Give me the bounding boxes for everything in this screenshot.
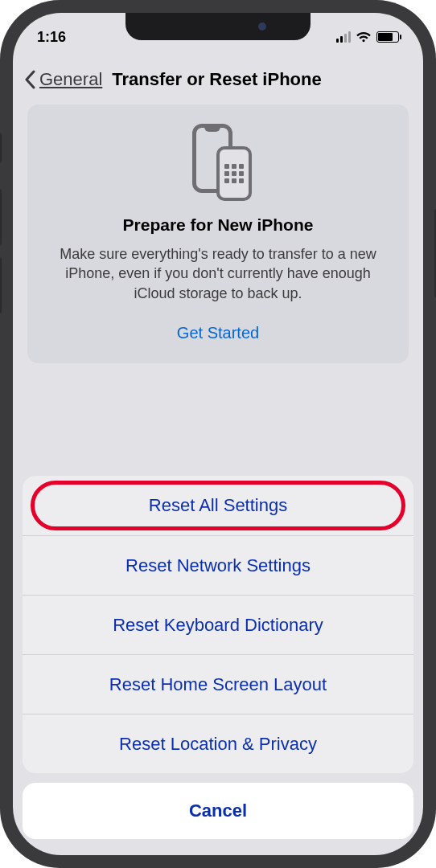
get-started-button[interactable]: Get Started bbox=[47, 324, 389, 342]
reset-action-sheet: Reset All Settings Reset Network Setting… bbox=[13, 476, 423, 855]
device-illustration-icon bbox=[184, 124, 252, 201]
sheet-item-label: Reset Keyboard Dictionary bbox=[113, 615, 323, 636]
volume-up-button bbox=[0, 189, 2, 245]
back-label: General bbox=[39, 69, 102, 90]
sheet-item-label: Reset Network Settings bbox=[125, 555, 311, 576]
card-title: Prepare for New iPhone bbox=[47, 215, 389, 235]
cancel-label: Cancel bbox=[189, 800, 247, 821]
card-description: Make sure everything's ready to transfer… bbox=[47, 244, 389, 303]
reset-home-screen-layout-button[interactable]: Reset Home Screen Layout bbox=[23, 654, 413, 714]
status-time: 1:16 bbox=[37, 29, 66, 46]
sheet-item-label: Reset Home Screen Layout bbox=[109, 674, 327, 695]
sheet-item-label: Reset All Settings bbox=[149, 495, 287, 516]
back-button[interactable]: General bbox=[24, 69, 102, 90]
reset-network-settings-button[interactable]: Reset Network Settings bbox=[23, 535, 413, 595]
page-title: Transfer or Reset iPhone bbox=[112, 69, 321, 90]
volume-down-button bbox=[0, 257, 2, 313]
cancel-button[interactable]: Cancel bbox=[23, 783, 413, 839]
chevron-left-icon bbox=[24, 70, 36, 89]
sheet-item-label: Reset Location & Privacy bbox=[119, 734, 317, 755]
reset-all-settings-button[interactable]: Reset All Settings bbox=[23, 476, 413, 535]
device-frame: 1:16 General Transfer or Reset iPhone bbox=[0, 0, 436, 868]
mute-switch bbox=[0, 133, 2, 163]
reset-option-group: Reset All Settings Reset Network Setting… bbox=[23, 476, 413, 773]
nav-bar: General Transfer or Reset iPhone bbox=[13, 51, 423, 104]
reset-keyboard-dictionary-button[interactable]: Reset Keyboard Dictionary bbox=[23, 595, 413, 654]
cellular-signal-icon bbox=[336, 31, 351, 43]
wifi-icon bbox=[356, 31, 372, 43]
notch bbox=[125, 13, 311, 40]
battery-icon bbox=[376, 31, 399, 43]
screen: 1:16 General Transfer or Reset iPhone bbox=[13, 13, 423, 855]
reset-location-privacy-button[interactable]: Reset Location & Privacy bbox=[23, 714, 413, 773]
prepare-card: Prepare for New iPhone Make sure everyth… bbox=[27, 104, 409, 363]
status-indicators bbox=[336, 31, 399, 43]
